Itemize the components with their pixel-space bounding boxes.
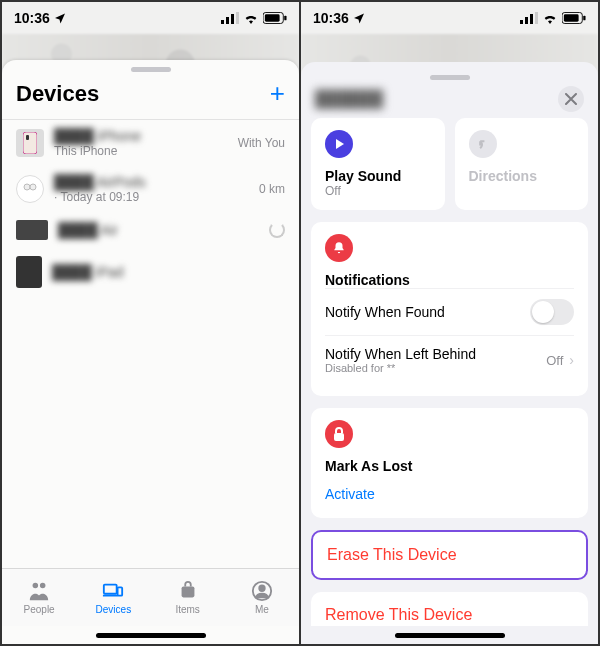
mark-as-lost-card: Mark As Lost Activate	[311, 408, 588, 518]
svg-rect-7	[23, 132, 37, 154]
svg-point-11	[33, 583, 39, 589]
section-heading: Mark As Lost	[325, 458, 574, 474]
svg-rect-24	[583, 16, 585, 21]
device-row[interactable]: ████ iPad	[2, 248, 299, 296]
play-sound-card[interactable]: Play Sound Off	[311, 118, 445, 210]
device-sub: · Today at 09:19	[54, 190, 249, 204]
notifications-card: Notifications Notify When Found Notify W…	[311, 222, 588, 396]
tab-me[interactable]: Me	[225, 569, 299, 626]
tab-devices[interactable]: Devices	[76, 569, 150, 626]
tab-label: Me	[255, 604, 269, 615]
device-name: ████ AirPods	[54, 174, 249, 190]
status-bar: 10:36	[301, 2, 598, 34]
option-label: Notify When Found	[325, 304, 445, 320]
card-sub: Off	[325, 184, 431, 198]
tab-label: Items	[175, 604, 199, 615]
section-heading: Notifications	[325, 272, 574, 288]
device-row[interactable]: ████ Air	[2, 212, 299, 248]
device-row[interactable]: ████ AirPods · Today at 09:19 0 km	[2, 166, 299, 212]
svg-point-9	[24, 184, 30, 190]
device-thumb-ipad	[16, 256, 42, 288]
card-title: Play Sound	[325, 168, 431, 184]
svg-rect-25	[334, 433, 344, 441]
svg-rect-5	[265, 14, 280, 21]
tab-people[interactable]: People	[2, 569, 76, 626]
right-screen: 10:36 ██████	[299, 2, 598, 644]
svg-rect-2	[231, 14, 234, 24]
device-thumb-mac	[16, 220, 48, 240]
remove-device-button[interactable]: Remove This Device	[311, 592, 588, 626]
status-time: 10:36	[313, 10, 349, 26]
device-name: ████ iPad	[52, 264, 285, 280]
device-detail-sheet: ██████ Play Sound Off Directi	[301, 62, 598, 626]
svg-point-10	[30, 184, 36, 190]
left-screen: 10:36 Devices + ████ iPhone	[2, 2, 299, 644]
svg-rect-15	[181, 586, 194, 597]
svg-rect-14	[118, 587, 123, 595]
battery-icon	[562, 12, 586, 24]
svg-rect-3	[236, 12, 239, 24]
toggle-switch[interactable]	[530, 299, 574, 325]
device-sub: This iPhone	[54, 144, 228, 158]
svg-point-17	[259, 586, 265, 592]
battery-icon	[263, 12, 287, 24]
svg-rect-23	[564, 14, 579, 21]
device-name: ████ iPhone	[54, 128, 228, 144]
erase-label: Erase This Device	[327, 546, 572, 564]
status-time: 10:36	[14, 10, 50, 26]
status-bar: 10:36	[2, 2, 299, 34]
device-name-title: ██████	[315, 90, 383, 108]
people-icon	[28, 580, 50, 602]
svg-rect-18	[520, 20, 523, 24]
signal-icon	[520, 12, 538, 24]
devices-sheet: Devices + ████ iPhone This iPhone With Y…	[2, 60, 299, 644]
items-icon	[177, 580, 199, 602]
activate-button[interactable]: Activate	[325, 474, 574, 506]
erase-device-button[interactable]: Erase This Device	[311, 530, 588, 580]
play-icon	[325, 130, 353, 158]
device-thumb-iphone	[16, 129, 44, 157]
tab-label: Devices	[96, 604, 132, 615]
directions-icon	[469, 130, 497, 158]
devices-icon	[102, 580, 124, 602]
notify-when-found-row[interactable]: Notify When Found	[325, 288, 574, 335]
lock-icon	[325, 420, 353, 448]
device-name: ████ Air	[58, 222, 259, 238]
svg-rect-20	[530, 14, 533, 24]
me-icon	[251, 580, 273, 602]
sheet-grabber[interactable]	[131, 67, 171, 72]
device-meta: 0 km	[259, 182, 285, 196]
bell-icon	[325, 234, 353, 262]
sheet-grabber[interactable]	[430, 75, 470, 80]
home-indicator[interactable]	[2, 626, 299, 644]
svg-rect-21	[535, 12, 538, 24]
signal-icon	[221, 12, 239, 24]
option-label: Notify When Left Behind	[325, 346, 476, 362]
svg-rect-0	[221, 20, 224, 24]
svg-rect-19	[525, 17, 528, 24]
sheet-title: Devices	[16, 81, 99, 107]
card-title: Directions	[469, 168, 575, 184]
device-meta: With You	[238, 136, 285, 150]
device-thumb-airpods	[16, 175, 44, 203]
close-button[interactable]	[558, 86, 584, 112]
svg-point-12	[40, 583, 45, 589]
location-icon	[54, 12, 66, 24]
directions-card: Directions	[455, 118, 589, 210]
add-device-button[interactable]: +	[270, 78, 285, 109]
notify-when-left-row[interactable]: Notify When Left Behind Disabled for ** …	[325, 335, 574, 384]
svg-rect-1	[226, 17, 229, 24]
chevron-right-icon: ›	[569, 352, 574, 368]
wifi-icon	[542, 12, 558, 24]
tab-items[interactable]: Items	[151, 569, 225, 626]
tab-bar: People Devices Items Me	[2, 568, 299, 626]
option-value: Off	[546, 353, 563, 368]
svg-rect-13	[104, 585, 117, 594]
location-icon	[353, 12, 365, 24]
close-icon	[565, 93, 577, 105]
option-sublabel: Disabled for **	[325, 362, 476, 374]
tab-label: People	[24, 604, 55, 615]
home-indicator[interactable]	[301, 626, 598, 644]
remove-label: Remove This Device	[325, 606, 574, 624]
device-row[interactable]: ████ iPhone This iPhone With You	[2, 120, 299, 166]
